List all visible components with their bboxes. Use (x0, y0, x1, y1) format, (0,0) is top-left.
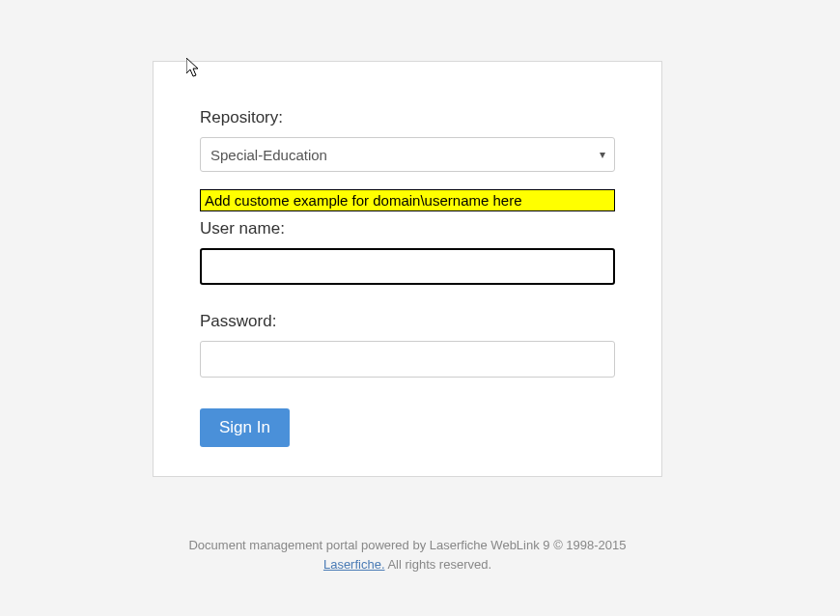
footer-rights: All rights reserved. (385, 557, 492, 572)
footer-line1: Document management portal powered by La… (188, 538, 626, 552)
username-group: User name: (200, 219, 615, 285)
repository-select-wrapper: Special-Education ▾ (200, 137, 615, 172)
login-panel: Repository: Special-Education ▾ Add cust… (153, 61, 662, 477)
laserfiche-link[interactable]: Laserfiche. (323, 557, 385, 572)
repository-select[interactable]: Special-Education (200, 137, 615, 172)
annotation-highlight: Add custome example for domain\username … (200, 189, 615, 211)
username-label: User name: (200, 219, 615, 238)
footer: Document management portal powered by La… (153, 536, 662, 574)
password-input[interactable] (200, 341, 615, 378)
repository-label: Repository: (200, 108, 615, 127)
username-input[interactable] (200, 248, 615, 285)
password-group: Password: (200, 312, 615, 378)
password-label: Password: (200, 312, 615, 331)
signin-button[interactable]: Sign In (200, 408, 290, 447)
